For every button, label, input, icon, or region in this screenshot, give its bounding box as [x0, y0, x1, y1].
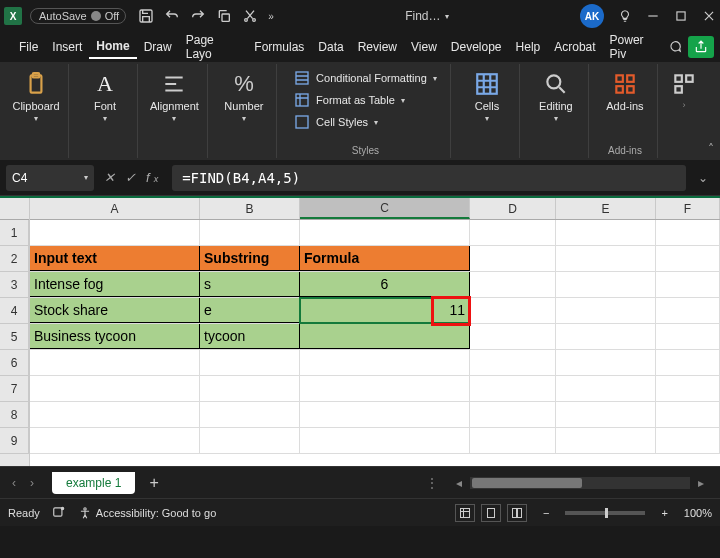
collapse-ribbon-icon[interactable]: ˄ — [708, 142, 714, 156]
sheet-tab-active[interactable]: example 1 — [52, 472, 135, 494]
col-header[interactable]: A — [30, 198, 200, 219]
menu-data[interactable]: Data — [311, 36, 350, 58]
zoom-slider[interactable] — [565, 511, 645, 515]
row-header[interactable]: 8 — [0, 402, 29, 428]
font-button[interactable]: A Font ▾ — [79, 68, 131, 125]
cell[interactable] — [556, 402, 656, 427]
autosave-toggle[interactable]: AutoSave Off — [30, 8, 126, 24]
cell[interactable]: e — [200, 298, 300, 323]
cell[interactable]: s — [200, 272, 300, 297]
menu-draw[interactable]: Draw — [137, 36, 179, 58]
conditional-formatting-button[interactable]: Conditional Formatting ▾ — [292, 68, 439, 88]
addins-button[interactable]: Add-ins — [599, 68, 651, 114]
view-normal-icon[interactable] — [455, 504, 475, 522]
cell[interactable] — [656, 402, 720, 427]
cell[interactable] — [556, 428, 656, 453]
menu-powerpivot[interactable]: Power Piv — [603, 29, 668, 65]
cells-button[interactable]: Cells ▾ — [461, 68, 513, 125]
row-header[interactable]: 9 — [0, 428, 29, 454]
ribbon-overflow-button[interactable]: › — [668, 68, 700, 112]
cell[interactable]: Input text — [30, 246, 200, 271]
cell[interactable]: Intense fog — [30, 272, 200, 297]
cell[interactable] — [200, 428, 300, 453]
close-button[interactable] — [702, 9, 716, 23]
cell[interactable]: 6 — [300, 272, 470, 297]
cell[interactable] — [300, 350, 470, 375]
cell[interactable] — [470, 220, 556, 245]
scrollbar-thumb[interactable] — [472, 478, 582, 488]
cell[interactable] — [656, 220, 720, 245]
cell[interactable] — [556, 246, 656, 271]
menu-view[interactable]: View — [404, 36, 444, 58]
fx-icon[interactable]: fx — [142, 170, 166, 185]
cell[interactable]: tycoon — [200, 324, 300, 349]
comments-icon[interactable] — [668, 40, 682, 54]
horizontal-scrollbar[interactable] — [470, 477, 690, 489]
number-button[interactable]: % Number ▾ — [218, 68, 270, 125]
cell[interactable] — [470, 402, 556, 427]
cell[interactable] — [300, 402, 470, 427]
row-header[interactable]: 5 — [0, 324, 29, 350]
cell[interactable] — [656, 246, 720, 271]
col-header[interactable]: F — [656, 198, 720, 219]
cut-icon[interactable] — [242, 8, 258, 24]
maximize-button[interactable] — [674, 9, 688, 23]
accessibility-status[interactable]: Accessibility: Good to go — [78, 506, 216, 520]
select-all-corner[interactable] — [0, 198, 29, 220]
menu-formulas[interactable]: Formulas — [247, 36, 311, 58]
sheet-next-icon[interactable]: › — [24, 476, 40, 490]
menu-insert[interactable]: Insert — [45, 36, 89, 58]
row-header[interactable]: 2 — [0, 246, 29, 272]
cell[interactable] — [30, 220, 200, 245]
share-button[interactable] — [688, 36, 714, 58]
undo-icon[interactable] — [164, 8, 180, 24]
sheet-menu-icon[interactable]: ⋮ — [416, 476, 448, 490]
cell[interactable] — [30, 428, 200, 453]
clipboard-button[interactable]: Clipboard ▾ — [10, 68, 62, 125]
zoom-in-button[interactable]: + — [657, 507, 671, 519]
row-header[interactable]: 7 — [0, 376, 29, 402]
menu-developer[interactable]: Develope — [444, 36, 509, 58]
accept-formula-icon[interactable]: ✓ — [121, 170, 140, 185]
cell[interactable] — [556, 220, 656, 245]
cell[interactable] — [300, 376, 470, 401]
cell[interactable] — [470, 246, 556, 271]
cell[interactable] — [30, 376, 200, 401]
editing-button[interactable]: Editing ▾ — [530, 68, 582, 125]
redo-icon[interactable] — [190, 8, 206, 24]
cell[interactable] — [656, 324, 720, 349]
scroll-right-icon[interactable]: ▸ — [694, 476, 708, 490]
row-header[interactable]: 6 — [0, 350, 29, 376]
cell[interactable] — [556, 298, 656, 323]
cell-selected[interactable]: 11 — [300, 298, 470, 323]
avatar[interactable]: AK — [580, 4, 604, 28]
cell[interactable] — [470, 428, 556, 453]
cell[interactable] — [300, 428, 470, 453]
view-page-break-icon[interactable] — [507, 504, 527, 522]
zoom-level[interactable]: 100% — [684, 507, 712, 519]
menu-pagelayout[interactable]: Page Layo — [179, 29, 248, 65]
sheet-prev-icon[interactable]: ‹ — [6, 476, 22, 490]
cell[interactable]: Formula — [300, 246, 470, 271]
cell[interactable] — [470, 350, 556, 375]
name-box[interactable]: C4 ▾ — [6, 165, 94, 191]
cell[interactable] — [30, 402, 200, 427]
cell-styles-button[interactable]: Cell Styles ▾ — [292, 112, 380, 132]
row-header[interactable]: 4 — [0, 298, 29, 324]
cell[interactable] — [656, 376, 720, 401]
macro-record-icon[interactable] — [52, 505, 66, 521]
cell[interactable] — [300, 220, 470, 245]
expand-formula-bar-icon[interactable]: ⌄ — [692, 171, 714, 185]
menu-help[interactable]: Help — [509, 36, 548, 58]
copy-icon[interactable] — [216, 8, 232, 24]
menu-review[interactable]: Review — [351, 36, 404, 58]
row-header[interactable]: 3 — [0, 272, 29, 298]
alignment-button[interactable]: Alignment ▾ — [148, 68, 201, 125]
cell[interactable] — [200, 350, 300, 375]
formula-input[interactable]: =FIND(B4,A4,5) — [172, 165, 686, 191]
cell[interactable] — [470, 324, 556, 349]
cell[interactable] — [556, 272, 656, 297]
row-header[interactable]: 1 — [0, 220, 29, 246]
cell[interactable] — [656, 272, 720, 297]
format-as-table-button[interactable]: Format as Table ▾ — [292, 90, 407, 110]
